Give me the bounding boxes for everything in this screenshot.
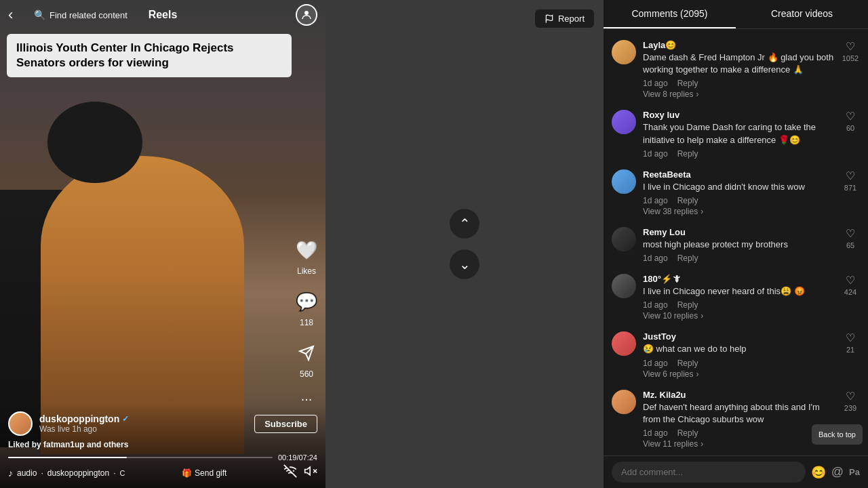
heart-icon[interactable]: ♡	[846, 274, 855, 287]
tab-creator-videos[interactable]: Creator videos	[736, 0, 868, 28]
mute-icon[interactable]	[304, 464, 317, 481]
view-replies-button[interactable]: View 11 replies ›	[643, 439, 703, 449]
heart-icon[interactable]: ♡	[846, 110, 855, 123]
comment-username: JustToy	[643, 331, 834, 342]
report-button[interactable]: Report	[535, 9, 594, 28]
comment-username: Remy Lou	[643, 227, 834, 237]
comment-action[interactable]: 💬 118	[293, 288, 320, 327]
share-action[interactable]: 560	[293, 340, 320, 379]
scroll-up-arrow[interactable]: ⌃	[450, 209, 479, 239]
reply-button[interactable]: Reply	[677, 359, 698, 368]
profile-icon[interactable]	[296, 4, 317, 26]
video-actions: 🤍 Likes 💬 118 560 ···	[293, 237, 320, 407]
search-icon: 🔍	[34, 9, 45, 20]
heart-icon[interactable]: ♡	[846, 169, 855, 182]
comment-input[interactable]	[612, 462, 806, 483]
comment-username: Mz. Kila2u	[643, 390, 834, 400]
like-count: 21	[846, 346, 854, 354]
comment-time: 1d ago	[643, 253, 668, 263]
likes-label: Likes	[297, 266, 316, 276]
channel-was-live: Was live 1h ago	[39, 424, 248, 434]
comment-like: ♡ 424	[841, 274, 860, 296]
comment-body: Layla😊 Dame dash & Fred Hampton Jr 🔥 gla…	[643, 40, 834, 99]
reply-button[interactable]: Reply	[677, 300, 698, 310]
comment-text: I live in Chicago never heard of this😩 😡	[643, 285, 834, 298]
verified-badge: ✓	[122, 414, 129, 424]
progress-bar[interactable]	[8, 457, 273, 458]
comment-username: ReetaBeeta	[643, 169, 834, 180]
heart-icon[interactable]: ♡	[846, 227, 855, 240]
comments-list[interactable]: Layla😊 Dame dash & Fred Hampton Jr 🔥 gla…	[604, 29, 868, 455]
comment-meta: 1d ago Reply	[643, 359, 834, 368]
like-count: 239	[844, 404, 856, 412]
view-replies-button[interactable]: View 6 replies ›	[643, 369, 698, 379]
video-panel: ‹ 🔍 Find related content Reels Illinois …	[0, 0, 326, 488]
comment-time: 1d ago	[643, 79, 668, 88]
comment-meta: 1d ago Reply	[643, 253, 834, 263]
heart-icon[interactable]: ♡	[846, 331, 855, 344]
comment-icon: 💬	[293, 288, 320, 315]
wifi-off-icon[interactable]	[283, 464, 297, 481]
share-count: 560	[300, 369, 313, 379]
bottom-controls: ♪ audio · duskopoppington · C 🎁 Send gif…	[8, 464, 317, 481]
like-count: 65	[846, 241, 854, 249]
comment-text: 😢 what can we do to help	[643, 343, 834, 355]
comment-time: 1d ago	[643, 300, 668, 310]
like-count: 871	[844, 184, 856, 192]
view-replies-button[interactable]: View 10 replies ›	[643, 311, 703, 321]
pa-button[interactable]: Pa	[849, 467, 860, 477]
progress-bar-container: 00:19/07:24	[8, 453, 317, 462]
comment-item: shana This brought tears to my eyes.... …	[604, 454, 868, 455]
avatar	[612, 110, 636, 134]
back-button[interactable]: ‹	[8, 6, 13, 24]
comment-body: Roxy luv Thank you Dame Dash for caring …	[643, 110, 834, 158]
comment-like: ♡ 60	[841, 110, 860, 132]
comment-item: JustToy 😢 what can we do to help 1d ago …	[604, 326, 868, 384]
like-action[interactable]: 🤍 Likes	[293, 237, 320, 276]
view-replies-button[interactable]: View 8 replies ›	[643, 89, 698, 99]
comment-item: Remy Lou most high please protect my bro…	[604, 222, 868, 268]
reply-button[interactable]: Reply	[677, 196, 698, 205]
comment-item: Roxy luv Thank you Dame Dash for caring …	[604, 104, 868, 163]
comment-time: 1d ago	[643, 428, 668, 438]
svg-point-0	[304, 11, 309, 15]
heart-icon[interactable]: ♡	[846, 40, 855, 53]
like-count: 1052	[842, 54, 859, 62]
comment-meta: 1d ago Reply	[643, 79, 834, 88]
avatar	[612, 169, 636, 194]
reply-button[interactable]: Reply	[677, 149, 698, 159]
comment-item: ReetaBeeta I live in Chicago and didn't …	[604, 164, 868, 222]
svg-marker-2	[305, 467, 311, 475]
comment-body: 180°⚡🗡 I live in Chicago never heard of …	[643, 274, 834, 321]
emoji-button[interactable]: 😊	[811, 465, 826, 480]
gift-button[interactable]: 🎁 Send gift	[182, 468, 226, 478]
audio-info: ♪ audio · duskopoppington · C	[8, 468, 125, 479]
comment-time: 1d ago	[643, 196, 668, 205]
middle-panel: Report ⌃ ⌄	[326, 0, 604, 488]
reply-button[interactable]: Reply	[677, 253, 698, 263]
reels-label: Reels	[149, 9, 178, 21]
channel-name: duskopoppington ✓	[39, 413, 248, 424]
like-count: 60	[846, 124, 854, 132]
comment-text: Def haven't heard anything about this an…	[643, 401, 834, 426]
comment-like: ♡ 65	[841, 227, 860, 249]
comment-item: 180°⚡🗡 I live in Chicago never heard of …	[604, 268, 868, 326]
avatar	[612, 390, 636, 414]
comment-time: 1d ago	[643, 149, 668, 159]
mention-button[interactable]: @	[831, 465, 844, 479]
tab-comments[interactable]: Comments (2095)	[604, 0, 736, 28]
view-replies-button[interactable]: View 38 replies ›	[643, 207, 703, 216]
time-display: 00:19/07:24	[278, 453, 317, 462]
subscribe-button[interactable]: Subscribe	[254, 415, 317, 433]
comment-body: Remy Lou most high please protect my bro…	[643, 227, 834, 263]
comment-item: Layla😊 Dame dash & Fred Hampton Jr 🔥 gla…	[604, 35, 868, 104]
back-to-top-button[interactable]: Back to top	[812, 424, 863, 445]
reply-button[interactable]: Reply	[677, 428, 698, 438]
liked-by: Liked by fatman1up and others	[8, 440, 317, 449]
comment-username: 180°⚡🗡	[643, 274, 834, 284]
comment-like: ♡ 871	[841, 169, 860, 192]
scroll-down-arrow[interactable]: ⌄	[450, 249, 479, 279]
like-count: 424	[844, 288, 856, 296]
heart-icon[interactable]: ♡	[846, 390, 855, 403]
reply-button[interactable]: Reply	[677, 79, 698, 88]
